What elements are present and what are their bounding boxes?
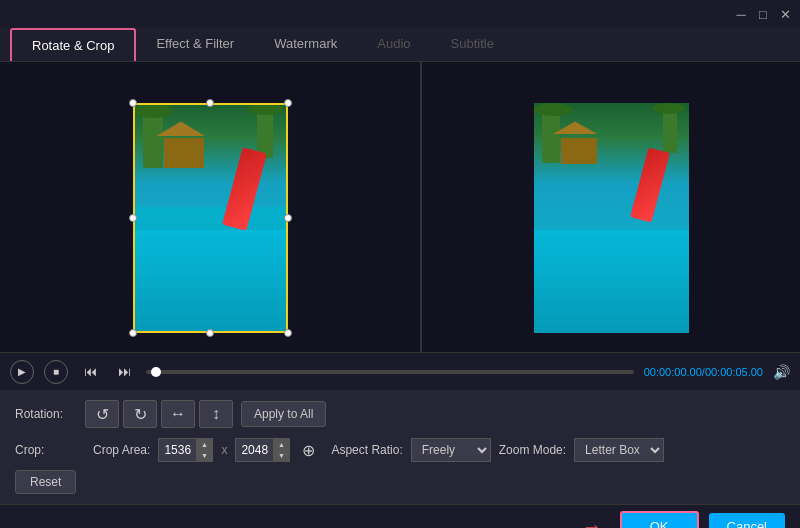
reset-row: Reset [15,470,785,494]
apply-to-all-button[interactable]: Apply to All [241,401,326,427]
tab-effect-filter[interactable]: Effect & Filter [136,28,254,61]
prev-button[interactable]: ⏮ [78,360,102,384]
ok-button[interactable]: OK [620,511,699,528]
handle-bl[interactable] [129,329,137,337]
cancel-button[interactable]: Cancel [709,513,785,528]
tabs-row: Rotate & Crop Effect & Filter Watermark … [0,28,800,62]
tab-audio: Audio [357,28,430,61]
handle-tm[interactable] [206,99,214,107]
play-button[interactable]: ▶ [10,360,34,384]
right-preview [422,62,800,352]
original-image [133,103,288,333]
time-display: 00:00:00.00/00:00:05.00 [644,366,763,378]
center-icon[interactable]: ⊕ [302,441,315,460]
crop-label: Crop: [15,443,85,457]
crop-height-group: ▲ ▼ [235,438,290,462]
rotation-row: Rotation: ↺ ↻ ↔ ↕ Apply to All [15,400,785,428]
crop-area-label: Crop Area: [93,443,150,457]
crop-width-up[interactable]: ▲ [196,439,212,450]
controls-area: Rotation: ↺ ↻ ↔ ↕ Apply to All Crop: Cro… [0,390,800,504]
handle-bm[interactable] [206,329,214,337]
playback-bar: ▶ ■ ⏮ ⏭ 00:00:00.00/00:00:05.00 🔊 [0,352,800,390]
crop-width-down[interactable]: ▼ [196,450,212,461]
title-bar: ─ □ ✕ [0,0,800,28]
next-button[interactable]: ⏭ [112,360,136,384]
crop-height-spinners: ▲ ▼ [273,439,289,461]
maximize-button[interactable]: □ [756,7,770,21]
minimize-button[interactable]: ─ [734,7,748,21]
tab-subtitle: Subtitle [431,28,514,61]
handle-tr[interactable] [284,99,292,107]
crop-height-up[interactable]: ▲ [273,439,289,450]
flip-horizontal-button[interactable]: ↔ [161,400,195,428]
crop-width-spinners: ▲ ▼ [196,439,212,461]
handle-mr[interactable] [284,214,292,222]
handle-br[interactable] [284,329,292,337]
aspect-ratio-label: Aspect Ratio: [331,443,402,457]
handle-ml[interactable] [129,214,137,222]
volume-icon[interactable]: 🔊 [773,364,790,380]
crop-row: Crop: Crop Area: ▲ ▼ x ▲ ▼ ⊕ Aspect Rati… [15,438,785,462]
x-separator: x [221,443,227,457]
close-button[interactable]: ✕ [778,7,792,21]
zoom-mode-label: Zoom Mode: [499,443,566,457]
arrow-icon: → [582,515,602,528]
progress-dot[interactable] [151,367,161,377]
output-image [534,103,689,333]
stop-button[interactable]: ■ [44,360,68,384]
flip-vertical-button[interactable]: ↕ [199,400,233,428]
rotate-right-button[interactable]: ↻ [123,400,157,428]
crop-container[interactable] [133,103,288,333]
crop-height-down[interactable]: ▼ [273,450,289,461]
left-preview [0,62,420,352]
progress-bar[interactable] [146,370,634,374]
handle-tl[interactable] [129,99,137,107]
aspect-ratio-select[interactable]: Freely 16:9 4:3 1:1 [411,438,491,462]
rotation-label: Rotation: [15,407,85,421]
reset-button[interactable]: Reset [15,470,76,494]
crop-width-group: ▲ ▼ [158,438,213,462]
pool-scene [133,103,288,333]
tab-rotate-crop[interactable]: Rotate & Crop [10,28,136,61]
tab-watermark[interactable]: Watermark [254,28,357,61]
bottom-bar: → OK Cancel [0,504,800,528]
rotate-left-button[interactable]: ↺ [85,400,119,428]
preview-area: Original: 1536x2048 👁 1.jpg Output: 1280… [0,62,800,352]
zoom-mode-select[interactable]: Letter Box Pan & Scan Full [574,438,664,462]
